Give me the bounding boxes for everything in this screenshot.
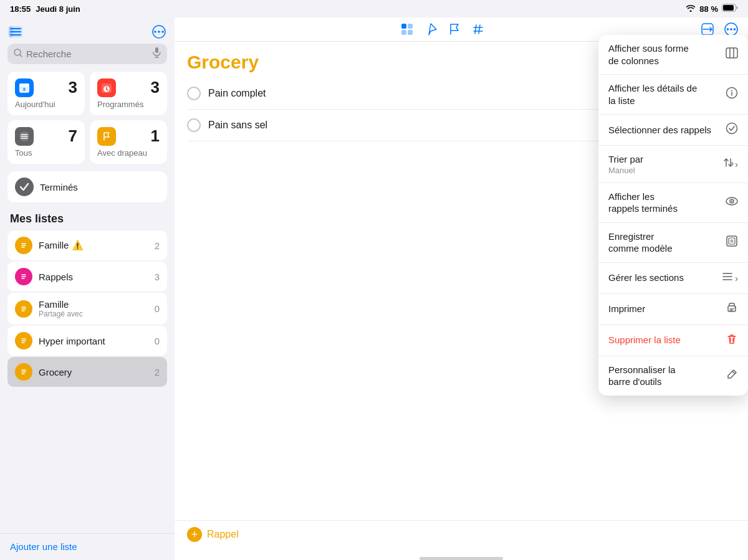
svg-rect-6 [9, 26, 13, 37]
columns-label: Afficher sous formede colonnes [608, 42, 721, 67]
dropdown-item-sort[interactable]: Trier par Manuel › [598, 146, 748, 183]
task-text-pain-sans-sel: Pain sans sel [208, 120, 267, 131]
show-done-label: Afficher lesrappels terminés [608, 191, 721, 215]
add-reminder-label: Rappel [207, 529, 239, 540]
list-row-grocery[interactable]: Grocery 2 [7, 357, 167, 387]
svg-rect-67 [731, 239, 734, 242]
scheduled-count: 3 [151, 78, 160, 97]
dropdown-item-select[interactable]: Sélectionner des rappels [598, 115, 748, 146]
select-label: Sélectionner des rappels [608, 124, 721, 136]
list-row-hyper-important[interactable]: Hyper important 0 [7, 326, 167, 356]
delete-label: Supprimer la liste [608, 334, 721, 346]
list-row-famille-warn[interactable]: Famille ⚠️ 2 [7, 230, 167, 260]
all-count: 7 [69, 126, 77, 146]
task-text-pain-complet: Pain complet [208, 88, 266, 99]
svg-text:8: 8 [23, 87, 26, 92]
all-label: Tous [15, 148, 77, 158]
search-bar[interactable] [7, 44, 167, 64]
list-items: Famille ⚠️ 2 Rappels 3 [0, 230, 175, 533]
termines-card[interactable]: Terminés [7, 171, 167, 202]
delete-icon [726, 333, 738, 348]
svg-point-7 [154, 31, 156, 33]
main-more-button[interactable] [724, 22, 738, 36]
select-icon [726, 122, 738, 138]
list-row-rappels[interactable]: Rappels 3 [7, 262, 167, 292]
mic-icon [153, 47, 161, 60]
svg-point-8 [158, 31, 160, 33]
list-row-famille-shared[interactable]: Famille Partagé avec 0 [7, 293, 167, 325]
task-checkbox-pain-sans-sel[interactable] [187, 118, 201, 132]
flagged-count: 1 [151, 126, 160, 146]
flag-button[interactable] [448, 22, 461, 36]
termines-icon [15, 178, 34, 196]
svg-line-48 [475, 25, 476, 34]
grocery-name: Grocery [39, 367, 148, 377]
grocery-icon [15, 363, 32, 381]
dropdown-item-details[interactable]: Afficher les détails dela liste [598, 75, 748, 115]
save-model-icon [726, 235, 738, 250]
dropdown-item-print[interactable]: Imprimer [598, 294, 748, 325]
task-checkbox-pain-complet[interactable] [187, 87, 201, 100]
sort-sub: Manuel [608, 166, 716, 175]
famille-shared-name: Famille [39, 299, 148, 310]
today-count: 3 [69, 78, 77, 97]
smart-card-scheduled[interactable]: 3 Programmés [90, 72, 167, 115]
save-model-label: Enregistrercomme modèle [608, 230, 721, 255]
sidebar: 8 3 Aujourd'hui 3 Progra [0, 17, 175, 560]
grocery-count: 2 [155, 367, 160, 377]
customize-label: Personnaliser labarre d'outils [608, 364, 721, 388]
svg-rect-55 [726, 48, 737, 58]
sort-label: Trier par [608, 153, 716, 166]
svg-line-49 [479, 25, 480, 34]
dropdown-item-sections[interactable]: Gérer les sections › [598, 263, 748, 294]
location-button[interactable] [424, 22, 438, 36]
home-indicator [420, 557, 503, 560]
sort-icon [721, 156, 734, 172]
svg-point-52 [730, 28, 732, 31]
svg-point-60 [731, 90, 732, 92]
search-icon [14, 49, 22, 60]
sidebar-toggle-button[interactable] [9, 26, 22, 37]
svg-point-64 [731, 200, 732, 201]
dropdown-item-delete[interactable]: Supprimer la liste [598, 325, 748, 356]
search-input[interactable] [26, 49, 149, 59]
sections-label: Gérer les sections [608, 272, 716, 284]
dropdown-item-columns[interactable]: Afficher sous formede colonnes [598, 35, 748, 75]
rappels-name: Rappels [39, 272, 148, 282]
flagged-label: Avec drapeau [97, 148, 160, 158]
svg-rect-45 [408, 30, 413, 35]
add-list-button[interactable]: Ajouter une liste [10, 541, 77, 552]
hashtag-button[interactable] [471, 22, 485, 36]
columns-icon [726, 47, 738, 62]
svg-rect-1 [723, 5, 734, 11]
famille-shared-sub: Partagé avec [39, 310, 148, 318]
add-reminder-button[interactable]: + Rappel [187, 527, 239, 542]
smart-lists: 8 3 Aujourd'hui 3 Progra [0, 72, 175, 171]
famille-shared-icon [15, 300, 32, 318]
dropdown-item-show-done[interactable]: Afficher lesrappels terminés [598, 183, 748, 223]
hyper-important-icon [15, 332, 32, 349]
time: 18:55 [10, 4, 31, 14]
hyper-important-name: Hyper important [39, 336, 148, 346]
smart-card-today[interactable]: 8 3 Aujourd'hui [7, 72, 85, 115]
svg-rect-43 [408, 24, 413, 29]
dropdown-item-save-model[interactable]: Enregistrercomme modèle [598, 223, 748, 263]
svg-rect-42 [401, 24, 406, 29]
termines-label: Terminés [40, 182, 160, 192]
my-lists-header: Mes listes [0, 210, 175, 230]
svg-rect-44 [401, 30, 406, 35]
smart-card-flagged[interactable]: 1 Avec drapeau [90, 120, 167, 164]
smart-card-all[interactable]: 7 Tous [7, 120, 85, 164]
print-icon [726, 301, 738, 317]
grid-view-button[interactable] [400, 22, 414, 36]
rappels-count: 3 [155, 272, 160, 282]
sidebar-more-button[interactable] [152, 25, 166, 39]
sidebar-footer: Ajouter une liste [0, 533, 175, 560]
dropdown-item-customize[interactable]: Personnaliser labarre d'outils [598, 356, 748, 396]
battery-level: 88 % [699, 4, 718, 14]
add-reminder-icon: + [187, 527, 202, 542]
dropdown-menu: Afficher sous formede colonnes Afficher … [598, 35, 748, 396]
sidebar-toolbar [0, 22, 175, 44]
famille-warn-icon [15, 237, 32, 254]
share-button[interactable] [701, 22, 714, 36]
